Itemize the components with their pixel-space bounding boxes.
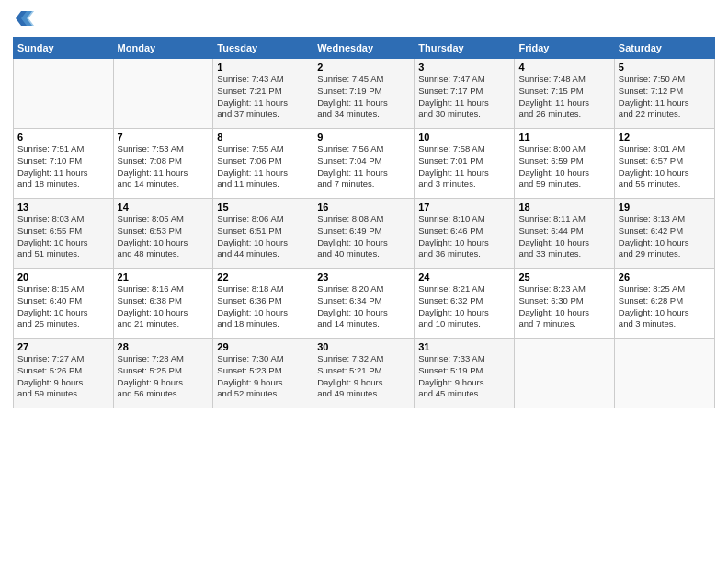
day-info: Sunrise: 7:32 AM Sunset: 5:21 PM Dayligh… (317, 353, 410, 400)
day-info: Sunrise: 7:53 AM Sunset: 7:08 PM Dayligh… (118, 144, 210, 190)
day-number: 30 (317, 341, 410, 352)
day-number: 4 (518, 62, 609, 73)
day-cell (113, 59, 213, 129)
day-info: Sunrise: 8:01 AM Sunset: 6:57 PM Dayligh… (619, 144, 711, 190)
day-info: Sunrise: 8:15 AM Sunset: 6:40 PM Dayligh… (17, 283, 109, 330)
logo-icon (14, 9, 34, 29)
day-info: Sunrise: 8:20 AM Sunset: 6:34 PM Dayligh… (317, 283, 410, 330)
day-number: 3 (418, 62, 510, 73)
day-number: 13 (17, 201, 109, 213)
day-number: 28 (118, 341, 210, 352)
day-info: Sunrise: 7:27 AM Sunset: 5:26 PM Dayligh… (17, 353, 109, 400)
day-cell: 1Sunrise: 7:43 AM Sunset: 7:21 PM Daylig… (213, 59, 313, 129)
day-number: 14 (118, 201, 210, 213)
day-info: Sunrise: 7:56 AM Sunset: 7:04 PM Dayligh… (317, 144, 410, 190)
day-cell: 10Sunrise: 7:58 AM Sunset: 7:01 PM Dayli… (415, 129, 515, 199)
day-info: Sunrise: 8:10 AM Sunset: 6:46 PM Dayligh… (418, 213, 510, 260)
day-info: Sunrise: 8:05 AM Sunset: 6:53 PM Dayligh… (118, 213, 210, 260)
day-number: 5 (619, 62, 711, 73)
day-info: Sunrise: 7:48 AM Sunset: 7:15 PM Dayligh… (518, 74, 609, 121)
day-number: 9 (317, 132, 410, 143)
day-cell: 21Sunrise: 8:16 AM Sunset: 6:38 PM Dayli… (113, 269, 213, 339)
day-info: Sunrise: 8:23 AM Sunset: 6:30 PM Dayligh… (518, 283, 609, 330)
day-cell: 9Sunrise: 7:56 AM Sunset: 7:04 PM Daylig… (313, 129, 415, 199)
day-cell: 14Sunrise: 8:05 AM Sunset: 6:53 PM Dayli… (113, 199, 213, 269)
header-cell-monday: Monday (113, 38, 213, 59)
day-number: 15 (217, 201, 309, 213)
day-cell: 25Sunrise: 8:23 AM Sunset: 6:30 PM Dayli… (515, 269, 614, 339)
day-number: 17 (418, 201, 510, 213)
day-cell: 11Sunrise: 8:00 AM Sunset: 6:59 PM Dayli… (515, 129, 614, 199)
day-cell: 12Sunrise: 8:01 AM Sunset: 6:57 PM Dayli… (614, 129, 714, 199)
header-cell-sunday: Sunday (14, 38, 114, 59)
day-cell: 5Sunrise: 7:50 AM Sunset: 7:12 PM Daylig… (614, 59, 714, 129)
day-cell: 6Sunrise: 7:51 AM Sunset: 7:10 PM Daylig… (14, 129, 114, 199)
day-info: Sunrise: 8:16 AM Sunset: 6:38 PM Dayligh… (118, 283, 210, 330)
day-number: 20 (17, 271, 109, 282)
day-number: 29 (217, 341, 309, 352)
day-info: Sunrise: 8:03 AM Sunset: 6:55 PM Dayligh… (17, 213, 109, 260)
day-cell: 28Sunrise: 7:28 AM Sunset: 5:25 PM Dayli… (113, 339, 213, 408)
header-cell-tuesday: Tuesday (213, 38, 313, 59)
day-info: Sunrise: 7:28 AM Sunset: 5:25 PM Dayligh… (118, 353, 210, 400)
day-cell: 18Sunrise: 8:11 AM Sunset: 6:44 PM Dayli… (515, 199, 614, 269)
day-cell (614, 339, 714, 408)
day-info: Sunrise: 7:55 AM Sunset: 7:06 PM Dayligh… (217, 144, 309, 190)
day-number: 12 (619, 132, 711, 143)
day-cell: 22Sunrise: 8:18 AM Sunset: 6:36 PM Dayli… (213, 269, 313, 339)
day-number: 27 (17, 341, 109, 352)
day-number: 6 (17, 132, 109, 143)
header-cell-wednesday: Wednesday (313, 38, 415, 59)
page-header (13, 9, 715, 31)
header-row: SundayMondayTuesdayWednesdayThursdayFrid… (14, 38, 715, 59)
day-number: 1 (217, 62, 309, 73)
day-number: 7 (118, 132, 210, 143)
day-cell: 17Sunrise: 8:10 AM Sunset: 6:46 PM Dayli… (415, 199, 515, 269)
day-cell (14, 59, 114, 129)
day-number: 2 (317, 62, 410, 73)
day-cell: 4Sunrise: 7:48 AM Sunset: 7:15 PM Daylig… (515, 59, 614, 129)
day-cell: 13Sunrise: 8:03 AM Sunset: 6:55 PM Dayli… (14, 199, 114, 269)
day-cell: 15Sunrise: 8:06 AM Sunset: 6:51 PM Dayli… (213, 199, 313, 269)
day-number: 26 (619, 271, 711, 282)
header-cell-thursday: Thursday (415, 38, 515, 59)
day-cell: 23Sunrise: 8:20 AM Sunset: 6:34 PM Dayli… (313, 269, 415, 339)
day-info: Sunrise: 7:51 AM Sunset: 7:10 PM Dayligh… (17, 144, 109, 190)
day-info: Sunrise: 8:06 AM Sunset: 6:51 PM Dayligh… (217, 213, 309, 260)
logo (13, 9, 34, 31)
day-number: 11 (518, 132, 609, 143)
day-cell: 29Sunrise: 7:30 AM Sunset: 5:23 PM Dayli… (213, 339, 313, 408)
day-number: 25 (518, 271, 609, 282)
day-cell: 7Sunrise: 7:53 AM Sunset: 7:08 PM Daylig… (113, 129, 213, 199)
day-cell: 20Sunrise: 8:15 AM Sunset: 6:40 PM Dayli… (14, 269, 114, 339)
calendar-body: 1Sunrise: 7:43 AM Sunset: 7:21 PM Daylig… (14, 59, 715, 408)
day-number: 23 (317, 271, 410, 282)
day-info: Sunrise: 8:13 AM Sunset: 6:42 PM Dayligh… (619, 213, 711, 260)
day-info: Sunrise: 8:11 AM Sunset: 6:44 PM Dayligh… (518, 213, 609, 260)
day-info: Sunrise: 7:43 AM Sunset: 7:21 PM Dayligh… (217, 74, 309, 121)
day-info: Sunrise: 7:50 AM Sunset: 7:12 PM Dayligh… (619, 74, 711, 121)
day-info: Sunrise: 8:00 AM Sunset: 6:59 PM Dayligh… (518, 144, 609, 190)
day-info: Sunrise: 7:30 AM Sunset: 5:23 PM Dayligh… (217, 353, 309, 400)
day-info: Sunrise: 8:21 AM Sunset: 6:32 PM Dayligh… (418, 283, 510, 330)
day-number: 24 (418, 271, 510, 282)
day-number: 18 (518, 201, 609, 213)
day-cell: 2Sunrise: 7:45 AM Sunset: 7:19 PM Daylig… (313, 59, 415, 129)
day-cell (515, 339, 614, 408)
calendar-table: SundayMondayTuesdayWednesdayThursdayFrid… (13, 37, 715, 408)
week-row-5: 27Sunrise: 7:27 AM Sunset: 5:26 PM Dayli… (14, 339, 715, 408)
header-cell-friday: Friday (515, 38, 614, 59)
day-info: Sunrise: 8:08 AM Sunset: 6:49 PM Dayligh… (317, 213, 410, 260)
day-cell: 26Sunrise: 8:25 AM Sunset: 6:28 PM Dayli… (614, 269, 714, 339)
day-cell: 27Sunrise: 7:27 AM Sunset: 5:26 PM Dayli… (14, 339, 114, 408)
week-row-3: 13Sunrise: 8:03 AM Sunset: 6:55 PM Dayli… (14, 199, 715, 269)
day-info: Sunrise: 7:33 AM Sunset: 5:19 PM Dayligh… (418, 353, 510, 400)
day-info: Sunrise: 7:45 AM Sunset: 7:19 PM Dayligh… (317, 74, 410, 121)
day-number: 19 (619, 201, 711, 213)
day-cell: 3Sunrise: 7:47 AM Sunset: 7:17 PM Daylig… (415, 59, 515, 129)
day-cell: 31Sunrise: 7:33 AM Sunset: 5:19 PM Dayli… (415, 339, 515, 408)
day-number: 21 (118, 271, 210, 282)
day-number: 31 (418, 341, 510, 352)
day-cell: 16Sunrise: 8:08 AM Sunset: 6:49 PM Dayli… (313, 199, 415, 269)
day-info: Sunrise: 8:18 AM Sunset: 6:36 PM Dayligh… (217, 283, 309, 330)
